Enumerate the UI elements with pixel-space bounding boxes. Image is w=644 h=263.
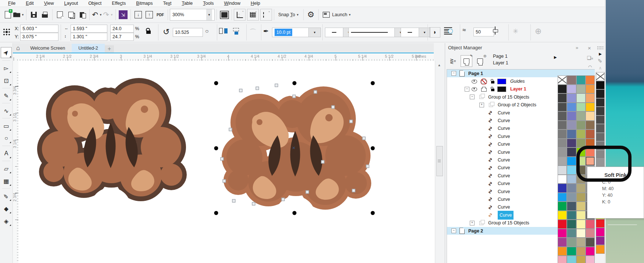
color-swatch[interactable] <box>586 238 595 247</box>
color-swatch[interactable] <box>558 129 567 139</box>
color-swatch[interactable] <box>558 175 567 184</box>
lock-icon[interactable] <box>491 81 494 83</box>
no-color-swatch[interactable] <box>596 72 605 81</box>
color-swatch[interactable] <box>576 193 586 202</box>
color-swatch[interactable] <box>558 238 567 247</box>
color-swatch[interactable] <box>576 202 586 211</box>
smoothing-field[interactable]: 50 <box>473 28 494 36</box>
palette-eyedropper-icon[interactable]: ✐ <box>597 58 604 63</box>
rectangle-tool[interactable]: ▭ <box>1 121 11 131</box>
color-swatch[interactable] <box>567 111 576 121</box>
paste-button[interactable] <box>76 9 87 20</box>
menu-tools[interactable]: Tools <box>198 0 219 6</box>
smart-fill-tool[interactable]: ◆ <box>1 203 11 214</box>
shadow-tool[interactable]: ▱ <box>1 163 11 174</box>
menu-bitmaps[interactable]: Bitmaps <box>131 0 158 6</box>
color-swatch[interactable] <box>576 103 586 112</box>
layer-manager-view-button[interactable]: ◎ <box>475 56 486 67</box>
menu-window[interactable]: Window <box>219 0 245 6</box>
color-swatch[interactable] <box>596 115 605 124</box>
color-swatch[interactable] <box>558 247 567 256</box>
color-swatch[interactable] <box>567 184 576 193</box>
scale-y-field[interactable]: 24.7 <box>110 33 134 41</box>
color-swatch[interactable] <box>567 220 576 229</box>
tab-welcome-screen[interactable]: Welcome Screen <box>24 44 72 53</box>
color-swatch[interactable] <box>576 229 586 238</box>
copy-button[interactable] <box>65 9 76 20</box>
color-swatch[interactable] <box>558 103 567 112</box>
color-swatch[interactable] <box>558 111 567 121</box>
show-grid-button[interactable] <box>247 9 259 21</box>
save-button[interactable] <box>28 9 39 20</box>
color-swatch[interactable] <box>596 107 605 115</box>
docker-close-button[interactable]: × <box>588 45 591 51</box>
color-swatch[interactable] <box>586 93 595 103</box>
open-button[interactable]: ▼ <box>13 9 24 20</box>
color-swatch[interactable] <box>596 245 605 254</box>
page-flyout-arrow[interactable]: ▶ <box>554 55 557 59</box>
line-style-combobox[interactable] <box>348 28 395 37</box>
color-swatch[interactable] <box>576 129 586 139</box>
text-wrap-button[interactable] <box>444 27 452 35</box>
color-swatch[interactable] <box>558 121 567 130</box>
snap-to-button[interactable]: Snap To▼ <box>276 9 301 20</box>
color-swatch[interactable] <box>558 211 567 220</box>
zoom-level-combobox[interactable]: 300% ▼ <box>170 9 215 21</box>
color-swatch[interactable] <box>558 184 567 193</box>
smoothing-slider-button[interactable] <box>495 26 495 35</box>
color-swatch[interactable] <box>567 175 576 184</box>
menu-edit[interactable]: Edit <box>21 0 39 6</box>
show-object-properties-button[interactable]: ⋛= <box>447 56 458 67</box>
text-tool[interactable]: A <box>1 148 11 159</box>
graph-paper-tool[interactable]: ▦ <box>1 176 11 186</box>
color-swatch[interactable] <box>567 166 576 175</box>
color-swatch[interactable] <box>576 211 586 220</box>
print-button[interactable] <box>39 9 50 20</box>
corel-connect-button[interactable]: ⇲ <box>118 9 129 20</box>
color-swatch[interactable] <box>586 256 595 263</box>
color-swatch[interactable] <box>567 247 576 256</box>
outline-width-dropdown[interactable]: ▼ <box>309 28 321 37</box>
color-swatch[interactable] <box>567 85 576 94</box>
color-swatch[interactable] <box>576 184 586 193</box>
menu-table[interactable]: Table <box>176 0 198 6</box>
color-swatch[interactable] <box>567 103 576 112</box>
docker-collapse-button[interactable]: » <box>576 45 578 50</box>
color-swatch[interactable] <box>558 93 567 103</box>
color-swatch[interactable] <box>576 111 586 121</box>
color-swatch[interactable] <box>586 103 595 112</box>
redo-button[interactable]: ↷▼ <box>103 9 114 20</box>
lock-ratio-icon[interactable] <box>146 31 151 34</box>
color-swatch[interactable] <box>576 247 586 256</box>
publish-pdf-button[interactable]: PDF <box>155 9 166 20</box>
expand-toggle[interactable]: + <box>479 103 484 107</box>
color-swatch[interactable] <box>596 81 605 90</box>
visibility-eye-icon[interactable] <box>472 79 477 83</box>
open-dropdown-arrow[interactable]: ▼ <box>21 13 24 17</box>
menu-view[interactable]: View <box>39 0 59 6</box>
color-swatch[interactable] <box>576 75 586 85</box>
options-button[interactable]: ⚙ <box>305 9 316 20</box>
application-launcher-button[interactable]: Launch ▼ <box>321 9 354 20</box>
outline-width-combobox[interactable]: 10.0 pt <box>272 28 309 37</box>
export-button[interactable]: ↑ <box>144 9 155 20</box>
shape-tool[interactable]: ▻ <box>1 63 11 73</box>
cut-button[interactable] <box>54 9 65 20</box>
color-swatch[interactable] <box>596 133 605 142</box>
menu-effects[interactable]: Effects <box>107 0 131 6</box>
y-position-field[interactable]: 3.075 " <box>20 33 58 41</box>
color-swatch[interactable] <box>576 256 586 263</box>
color-swatch[interactable] <box>567 121 576 130</box>
color-swatch[interactable] <box>596 228 605 237</box>
show-rulers-button[interactable] <box>234 9 246 21</box>
color-swatch[interactable] <box>596 237 605 245</box>
color-swatch[interactable] <box>558 256 567 263</box>
docker-tab-icon-2[interactable]: ◠ <box>588 64 592 70</box>
color-swatch[interactable] <box>567 238 576 247</box>
vertical-ruler[interactable]: 3 3/43 1/23 1/432 3/4 <box>12 61 19 263</box>
color-swatch[interactable] <box>567 148 576 157</box>
color-swatch[interactable] <box>558 202 567 211</box>
printable-icon[interactable] <box>481 80 487 84</box>
color-swatch[interactable] <box>567 129 576 139</box>
menu-text[interactable]: Text <box>158 0 176 6</box>
